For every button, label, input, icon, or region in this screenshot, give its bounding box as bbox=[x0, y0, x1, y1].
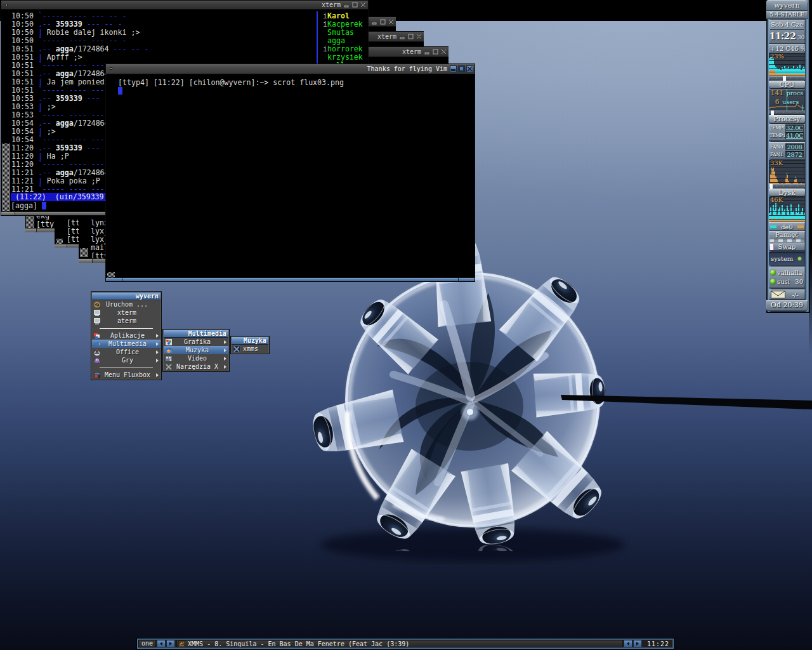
gkrellm-disk-rate: 33K bbox=[770, 160, 783, 166]
gkrellm-sensors-fan-panel[interactable]: FAN02008FAN12872 bbox=[769, 142, 805, 159]
gkrellm-memory-panel[interactable]: Pamięć bbox=[769, 231, 805, 242]
menu-item-aplikacje[interactable]: Aplikacje bbox=[92, 331, 160, 340]
resize-grip-left[interactable] bbox=[106, 278, 122, 281]
terminal-line: lyx_ bbox=[91, 227, 106, 235]
menu-title: wyvern bbox=[92, 293, 160, 300]
gkrellm-cpu-label: CPU bbox=[780, 81, 795, 88]
menu-item-office[interactable]: Office bbox=[92, 348, 160, 356]
menu-item-narz-dzia-x[interactable]: Narzędzia X bbox=[164, 362, 228, 371]
fluxbox-multimedia-submenu: Multimedia GrafikaMuzykaVideoNarzędzia X bbox=[162, 329, 230, 372]
resize-grip-left[interactable] bbox=[1, 212, 15, 215]
gkrellm-cpu-button[interactable]: CPU bbox=[769, 81, 805, 88]
background-xterm-window-2[interactable]: [tt[tt[tt bbox=[55, 215, 79, 248]
gkrellm-system-monitor[interactable]: wyvern5.4-STABLESob 4 Cze11:22 30+12 C46… bbox=[766, 0, 810, 313]
gkrellm-mail-panel[interactable]: -/- bbox=[769, 289, 805, 300]
xmms-icon bbox=[233, 345, 240, 353]
krell-slider[interactable] bbox=[783, 76, 786, 81]
xterm-scrollbar-thumb[interactable] bbox=[107, 272, 115, 277]
gkrellm-procs-label: procs bbox=[787, 90, 804, 96]
menu-item-xmms[interactable]: xmms bbox=[232, 345, 268, 353]
xterm-scrollbar-thumb[interactable] bbox=[80, 248, 88, 257]
titlebar[interactable]: xterm bbox=[1, 1, 368, 10]
terminal-line: [ttyp4] [11:22] [chilon@wyvern]:~> scrot… bbox=[118, 78, 344, 86]
background-xterm-window-3[interactable]: lynxlyx_lyx_mail[tty bbox=[79, 215, 106, 263]
xterm-scrollbar-thumb[interactable] bbox=[2, 143, 10, 211]
menu-item-grafika[interactable]: Grafika bbox=[164, 338, 228, 346]
gkrellm-net-chart[interactable]: 46K bbox=[769, 197, 805, 222]
krell-slider[interactable] bbox=[771, 110, 774, 115]
gkrellm-cpu-krell-slider[interactable] bbox=[769, 76, 805, 81]
minimize-button[interactable] bbox=[343, 1, 350, 8]
fluxbox-toolbar[interactable]: one XMMS - 8. Singuila - En Bas De Ma Fe… bbox=[136, 638, 674, 649]
xterm-scrollbar-thumb[interactable] bbox=[26, 215, 34, 228]
gkrellm-disk-chart[interactable]: 33K bbox=[769, 160, 805, 184]
maximize-button[interactable] bbox=[458, 65, 465, 72]
maximize-button[interactable] bbox=[351, 1, 358, 8]
menu-item-video[interactable]: Video bbox=[164, 354, 228, 362]
gkrellm-dysk-button[interactable]: Dysk bbox=[769, 189, 805, 196]
window-menu-dot[interactable] bbox=[110, 67, 112, 70]
gkrellm-procs-panel[interactable]: 141 procs6 users bbox=[769, 89, 805, 110]
workspace-next-button[interactable] bbox=[166, 640, 175, 647]
gkrellm-procesy-button[interactable]: Procesy bbox=[769, 115, 805, 123]
titlebar[interactable]: Thanks for flying Vim bbox=[106, 64, 475, 74]
taskbar-task-xmms[interactable]: XMMS - 8. Singuila - En Bas De Ma Fenetr… bbox=[176, 640, 623, 647]
close-button[interactable] bbox=[416, 33, 422, 40]
gkrellm-net-iface-panel[interactable]: de0 bbox=[769, 222, 805, 231]
gkrellm-hosts-panel[interactable]: valhallasusi30 bbox=[769, 267, 805, 288]
task-next-button[interactable] bbox=[633, 640, 642, 647]
resize-grip-right[interactable] bbox=[458, 278, 475, 281]
minimize-button[interactable] bbox=[424, 48, 431, 55]
graphics-icon bbox=[165, 338, 173, 346]
gkrellm-users-label: users bbox=[782, 98, 799, 105]
close-button[interactable] bbox=[388, 18, 395, 25]
stacked-xterm-window-3[interactable]: xterm bbox=[368, 46, 449, 64]
window-menu-dot[interactable] bbox=[5, 4, 8, 6]
maximize-button[interactable] bbox=[432, 48, 439, 55]
gkrellm-weather-panel[interactable]: +12 C46 % bbox=[769, 44, 805, 53]
ekg-input-line[interactable]: [agga] bbox=[11, 201, 46, 209]
gkrellm-swap-panel[interactable]: Swap bbox=[769, 242, 805, 251]
minimize-button[interactable] bbox=[371, 18, 378, 25]
menu-item-muzyka[interactable]: Muzyka bbox=[164, 346, 228, 354]
gkrellm-disk-krell-slider[interactable] bbox=[769, 184, 805, 189]
krell-slider[interactable] bbox=[769, 184, 773, 189]
gkrellm-hostname-panel[interactable]: wyvern bbox=[766, 0, 808, 11]
gkrellm-cpu-chart[interactable]: 23% bbox=[769, 53, 805, 76]
menu-item-menu-fluxbox[interactable]: Menu Fluxbox bbox=[92, 371, 160, 379]
gkrellm-sensors-temp-panel[interactable]: TEMP032.0CTEMP141.0C bbox=[769, 124, 805, 141]
window-handle[interactable] bbox=[106, 277, 475, 281]
maximize-button[interactable] bbox=[407, 33, 414, 40]
menu-item-aterm[interactable]: aterm bbox=[92, 317, 160, 325]
xterm-scrollbar-thumb[interactable] bbox=[56, 239, 63, 244]
terminal-line: iKacperek bbox=[323, 20, 363, 28]
memory-usage-krell bbox=[769, 239, 804, 242]
close-button[interactable] bbox=[440, 48, 447, 55]
workspace-label[interactable]: one bbox=[138, 640, 156, 647]
gkrellm-procs-krell-slider[interactable] bbox=[769, 110, 805, 115]
minimize-button[interactable] bbox=[399, 33, 406, 40]
menu-item-label: xmms bbox=[240, 345, 261, 353]
gkrellm-clock-panel[interactable]: Sob 4 Cze11:22 30 bbox=[769, 20, 805, 44]
menu-item-xterm[interactable]: xterm bbox=[92, 308, 160, 317]
window-handle[interactable] bbox=[25, 228, 55, 232]
window-handle[interactable] bbox=[55, 244, 79, 248]
vim-xterm-window[interactable]: Thanks for flying Vim [ttyp4] [11:22] [c… bbox=[105, 63, 475, 282]
task-prev-button[interactable] bbox=[624, 640, 632, 647]
minimize-button[interactable] bbox=[450, 65, 457, 72]
workspace-prev-button[interactable] bbox=[157, 640, 166, 647]
menu-item-gry[interactable]: Gry bbox=[92, 356, 160, 364]
shell-area[interactable]: [ttyp4] [11:22] [chilon@wyvern]:~> scrot… bbox=[106, 75, 475, 277]
ekg-contact-list[interactable]: iKaroliKacperek Smutas aggaihorrorek krz… bbox=[317, 11, 363, 69]
menu-item-uruchom-[interactable]: Uruchom ... bbox=[92, 300, 160, 308]
stacked-xterm-window-1[interactable] bbox=[368, 17, 396, 32]
terminal-line: [tt bbox=[67, 218, 79, 227]
close-button[interactable] bbox=[466, 65, 473, 72]
close-button[interactable] bbox=[360, 1, 367, 8]
maximize-button[interactable] bbox=[379, 18, 386, 25]
gkrellm-fs-panel[interactable]: system bbox=[769, 252, 805, 265]
desktop[interactable]: { "colors": { "accent_blue": "#5d85b8", … bbox=[0, 0, 812, 650]
window-handle[interactable] bbox=[79, 258, 106, 263]
menu-item-multimedia[interactable]: Multimedia bbox=[92, 340, 160, 348]
stacked-xterm-window-2[interactable]: xterm bbox=[368, 31, 424, 47]
